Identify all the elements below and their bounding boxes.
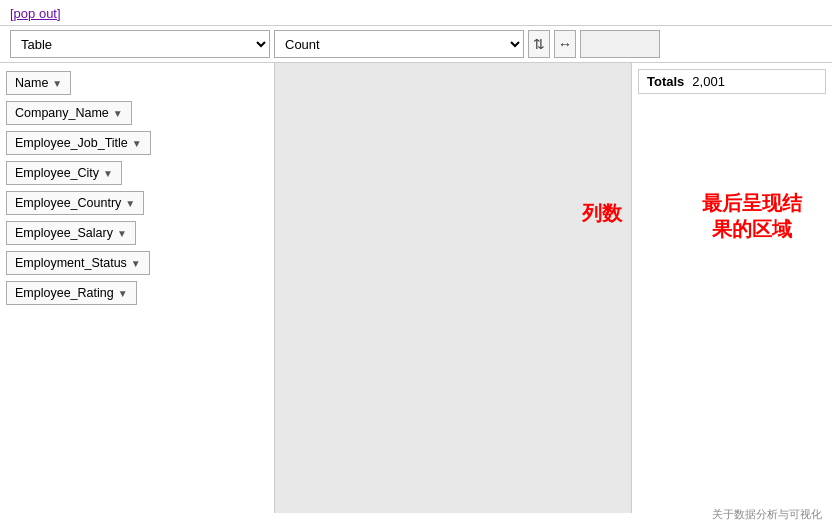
field-employee-job-title-label: Employee_Job_Title [15, 136, 128, 150]
sort-icon: ⇅ [533, 36, 545, 52]
left-panel: Name ▼ Company_Name ▼ Employee_Job_Title… [0, 63, 275, 513]
field-tag-employee-city[interactable]: Employee_City ▼ [6, 161, 122, 185]
field-employee-country-arrow: ▼ [125, 198, 135, 209]
top-bar: [pop out] [0, 0, 832, 25]
expand-icon-button[interactable]: ↔ [554, 30, 576, 58]
field-company-name-arrow: ▼ [113, 108, 123, 119]
count-select[interactable]: Count [274, 30, 524, 58]
field-name-label: Name [15, 76, 48, 90]
field-tag-employee-rating[interactable]: Employee_Rating ▼ [6, 281, 137, 305]
sort-icon-button[interactable]: ⇅ [528, 30, 550, 58]
table-select[interactable]: Table [10, 30, 270, 58]
expand-icon: ↔ [558, 36, 572, 52]
field-employee-rating-label: Employee_Rating [15, 286, 114, 300]
totals-label: Totals [647, 74, 684, 89]
field-tag-name[interactable]: Name ▼ [6, 71, 71, 95]
totals-row: Totals 2,001 [638, 69, 826, 94]
field-employee-city-arrow: ▼ [103, 168, 113, 179]
totals-value: 2,001 [692, 74, 725, 89]
field-employment-status-arrow: ▼ [131, 258, 141, 269]
field-employee-salary-arrow: ▼ [117, 228, 127, 239]
watermark: 关于数据分析与可视化 [712, 507, 822, 522]
field-employee-job-title-arrow: ▼ [132, 138, 142, 149]
field-employee-rating-arrow: ▼ [118, 288, 128, 299]
field-employee-salary-label: Employee_Salary [15, 226, 113, 240]
main-area: Name ▼ Company_Name ▼ Employee_Job_Title… [0, 63, 832, 513]
field-tag-employee-country[interactable]: Employee_Country ▼ [6, 191, 144, 215]
right-control-placeholder [580, 30, 660, 58]
field-tag-employee-salary[interactable]: Employee_Salary ▼ [6, 221, 136, 245]
pop-out-link[interactable]: [pop out] [10, 6, 61, 21]
right-panel: Totals 2,001 [632, 63, 832, 513]
field-tag-company-name[interactable]: Company_Name ▼ [6, 101, 132, 125]
field-tag-employee-job-title[interactable]: Employee_Job_Title ▼ [6, 131, 151, 155]
field-employment-status-label: Employment_Status [15, 256, 127, 270]
field-employee-city-label: Employee_City [15, 166, 99, 180]
field-employee-country-label: Employee_Country [15, 196, 121, 210]
field-tag-employment-status[interactable]: Employment_Status ▼ [6, 251, 150, 275]
middle-panel [275, 63, 632, 513]
controls-row: Table Count ⇅ ↔ [0, 25, 832, 63]
field-company-name-label: Company_Name [15, 106, 109, 120]
field-name-arrow: ▼ [52, 78, 62, 89]
